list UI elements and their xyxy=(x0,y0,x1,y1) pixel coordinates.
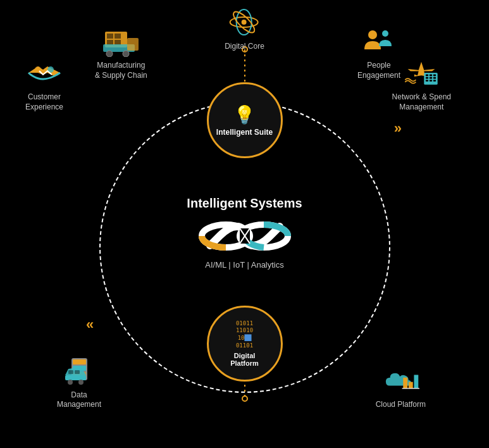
diagram-container: 💡 Intelligent Suite » « Intelligent Syst… xyxy=(0,0,489,448)
center-content: Intelligent Systems AI/ xyxy=(175,196,314,270)
svg-point-37 xyxy=(68,380,73,385)
data-management-icon xyxy=(60,355,98,387)
manufacturing-icon xyxy=(102,25,140,57)
svg-rect-12 xyxy=(107,40,113,45)
svg-rect-28 xyxy=(430,80,432,82)
svg-rect-13 xyxy=(115,40,121,45)
top-connector-line xyxy=(244,49,245,84)
svg-point-19 xyxy=(382,30,388,37)
lightbulb-icon: 💡 xyxy=(233,104,256,125)
svg-rect-26 xyxy=(433,77,436,79)
svg-rect-42 xyxy=(409,382,413,389)
svg-point-8 xyxy=(242,20,247,25)
cloud-platform-icon xyxy=(381,364,419,396)
network-spend-label: Network & SpendManagement xyxy=(392,92,451,112)
arrow-clockwise: » xyxy=(394,120,402,137)
svg-rect-33 xyxy=(73,359,86,364)
svg-point-18 xyxy=(368,30,377,39)
arrow-counterclockwise: « xyxy=(86,316,94,333)
network-spend-icon xyxy=(402,57,440,89)
manufacturing-item: Manufacturing& Supply Chain xyxy=(95,25,147,80)
intelligent-systems-title: Intelligent Systems xyxy=(175,196,314,211)
people-engagement-icon xyxy=(360,25,398,57)
ai-ml-text: AI/ML | IoT | Analytics xyxy=(175,260,314,270)
customer-experience-icon xyxy=(25,57,63,89)
data-management-item: DataManagement xyxy=(57,355,101,410)
svg-rect-17 xyxy=(127,38,139,51)
infinity-symbol xyxy=(194,217,295,255)
svg-rect-43 xyxy=(414,375,419,389)
svg-rect-27 xyxy=(426,80,428,82)
svg-point-15 xyxy=(106,51,113,57)
svg-rect-11 xyxy=(115,34,121,39)
digital-core-icon xyxy=(225,6,263,38)
manufacturing-label: Manufacturing& Supply Chain xyxy=(95,61,147,80)
svg-rect-21 xyxy=(426,75,428,77)
bottom-connector-line xyxy=(244,380,245,399)
suite-label: Intelligent Suite xyxy=(216,128,273,137)
customer-experience-label: CustomerExperience xyxy=(25,92,63,112)
svg-rect-29 xyxy=(433,80,436,82)
svg-rect-36 xyxy=(65,375,86,380)
platform-label: DigitalPlatform xyxy=(230,352,259,367)
svg-rect-22 xyxy=(430,75,432,77)
binary-display: 010111101010██01101 xyxy=(236,320,253,350)
cloud-platform-item: Cloud Platform xyxy=(376,364,426,410)
svg-rect-39 xyxy=(68,370,73,374)
network-spend-item: Network & SpendManagement xyxy=(392,57,451,112)
svg-rect-41 xyxy=(404,378,408,389)
svg-rect-40 xyxy=(75,370,80,374)
digital-core-item: Digital Core xyxy=(225,6,264,52)
cloud-platform-label: Cloud Platform xyxy=(376,400,426,410)
data-management-label: DataManagement xyxy=(57,390,101,410)
svg-point-16 xyxy=(123,51,129,57)
svg-rect-10 xyxy=(107,34,113,39)
svg-rect-25 xyxy=(430,77,432,79)
digital-core-label: Digital Core xyxy=(225,42,264,52)
intelligent-suite-circle: 💡 Intelligent Suite xyxy=(207,82,283,158)
digital-platform-circle: 010111101010██01101 DigitalPlatform xyxy=(207,306,283,382)
svg-point-38 xyxy=(78,380,84,385)
svg-rect-23 xyxy=(433,75,436,77)
customer-experience-item: CustomerExperience xyxy=(25,57,63,112)
svg-rect-24 xyxy=(426,77,428,79)
